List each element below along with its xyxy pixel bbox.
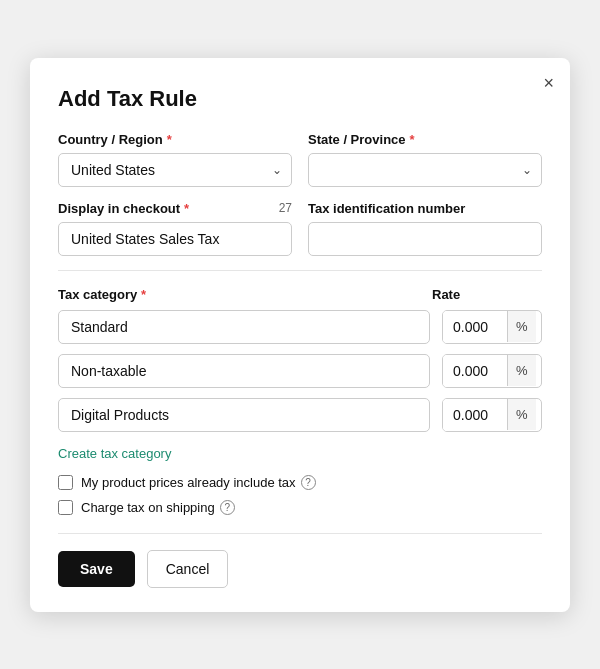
checkbox-row-1: My product prices already include tax ? [58, 475, 542, 490]
rate-input-wrapper-0: % [442, 310, 542, 344]
country-required: * [167, 132, 172, 147]
state-group: State / Province * ⌄ [308, 132, 542, 187]
display-input[interactable] [58, 222, 292, 256]
footer-buttons: Save Cancel [58, 550, 542, 588]
country-select[interactable]: United States [58, 153, 292, 187]
state-required: * [410, 132, 415, 147]
tax-category-required: * [141, 287, 146, 302]
charge-shipping-checkbox[interactable] [58, 500, 73, 515]
taxid-input[interactable] [308, 222, 542, 256]
rate-suffix-2: % [507, 399, 536, 430]
tax-rows-container: % % % [58, 310, 542, 432]
modal-overlay: × Add Tax Rule Country / Region * United… [0, 0, 600, 669]
tax-row-0: % [58, 310, 542, 344]
tax-row-1: % [58, 354, 542, 388]
divider-1 [58, 270, 542, 271]
help-icon-1[interactable]: ? [301, 475, 316, 490]
rate-input-wrapper-2: % [442, 398, 542, 432]
tax-category-input-1[interactable] [58, 354, 430, 388]
footer-divider [58, 533, 542, 534]
rate-input-2[interactable] [443, 399, 507, 431]
close-button[interactable]: × [543, 74, 554, 92]
country-label: Country / Region * [58, 132, 292, 147]
rate-input-1[interactable] [443, 355, 507, 387]
tax-category-header-label: Tax category * [58, 287, 420, 302]
row-country-state: Country / Region * United States ⌄ State… [58, 132, 542, 187]
state-select[interactable] [308, 153, 542, 187]
create-tax-category-link[interactable]: Create tax category [58, 446, 171, 461]
rate-input-0[interactable] [443, 311, 507, 343]
rate-suffix-1: % [507, 355, 536, 386]
save-button[interactable]: Save [58, 551, 135, 587]
state-select-wrapper: ⌄ [308, 153, 542, 187]
country-select-wrapper: United States ⌄ [58, 153, 292, 187]
taxid-group: Tax identification number [308, 201, 542, 256]
char-count: 27 [279, 201, 292, 215]
display-label: Display in checkout * 27 [58, 201, 292, 216]
rate-header-label: Rate [432, 287, 542, 302]
rate-input-wrapper-1: % [442, 354, 542, 388]
checkbox-row-2: Charge tax on shipping ? [58, 500, 542, 515]
modal-title: Add Tax Rule [58, 86, 542, 112]
row-display-taxid: Display in checkout * 27 Tax identificat… [58, 201, 542, 256]
display-required: * [184, 201, 189, 216]
rate-suffix-0: % [507, 311, 536, 342]
charge-shipping-label: Charge tax on shipping ? [81, 500, 235, 515]
country-group: Country / Region * United States ⌄ [58, 132, 292, 187]
taxid-label: Tax identification number [308, 201, 542, 216]
modal-dialog: × Add Tax Rule Country / Region * United… [30, 58, 570, 612]
display-group: Display in checkout * 27 [58, 201, 292, 256]
help-icon-2[interactable]: ? [220, 500, 235, 515]
tax-table-header: Tax category * Rate [58, 287, 542, 302]
cancel-button[interactable]: Cancel [147, 550, 229, 588]
include-tax-label: My product prices already include tax ? [81, 475, 316, 490]
include-tax-checkbox[interactable] [58, 475, 73, 490]
state-label: State / Province * [308, 132, 542, 147]
tax-category-input-2[interactable] [58, 398, 430, 432]
tax-row-2: % [58, 398, 542, 432]
tax-category-input-0[interactable] [58, 310, 430, 344]
